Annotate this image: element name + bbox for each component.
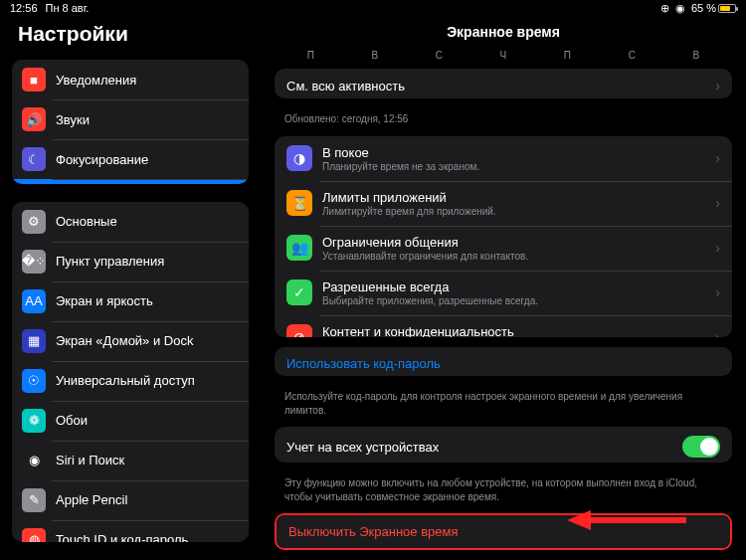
sidebar-item-label: Touch ID и код-пароль bbox=[56, 532, 188, 542]
sidebar-item-label: Apple Pencil bbox=[56, 492, 127, 507]
sidebar-item-0[interactable]: ■Уведомления bbox=[12, 60, 249, 99]
sidebar-item-label: Экран и яркость bbox=[56, 293, 153, 308]
sidebar-item-0[interactable]: ⚙Основные bbox=[12, 202, 249, 242]
sidebar-group-1: ■Уведомления🔊Звуки☾Фокусирование⏳Экранно… bbox=[12, 60, 249, 184]
sidebar-icon: �⁘ bbox=[22, 250, 46, 274]
sidebar-item-label: Фокусирование bbox=[56, 152, 148, 167]
sidebar-item-label: Siri и Поиск bbox=[56, 453, 124, 467]
sidebar-title: Настройки bbox=[0, 16, 261, 60]
feature-row-2[interactable]: 👥Ограничения общенияУстанавливайте огран… bbox=[275, 226, 732, 271]
sidebar-icon: ✎ bbox=[22, 488, 46, 512]
sidebar-item-5[interactable]: ❁Обои bbox=[12, 401, 249, 441]
feature-icon: ◑ bbox=[286, 145, 312, 171]
sidebar-item-7[interactable]: ✎Apple Pencil bbox=[12, 480, 249, 520]
features-group: ◑В покоеПланируйте время не за экраном.›… bbox=[275, 136, 732, 337]
svg-marker-1 bbox=[567, 510, 591, 530]
sidebar-item-label: Универсальный доступ bbox=[56, 373, 195, 388]
chevron-right-icon: › bbox=[715, 78, 720, 93]
status-bar: 12:56 Пн 8 авг. ⊕ ◉ 65 % bbox=[0, 0, 746, 16]
sidebar-icon: 🔊 bbox=[22, 107, 46, 131]
chevron-right-icon: › bbox=[715, 284, 720, 300]
sidebar-item-1[interactable]: 🔊Звуки bbox=[12, 99, 249, 139]
feature-icon: ⊘ bbox=[286, 324, 312, 336]
sidebar-item-3[interactable]: ⏳Экранное время bbox=[12, 179, 249, 184]
sidebar-icon: AA bbox=[22, 289, 46, 313]
sidebar-icon: ☾ bbox=[22, 147, 46, 171]
sidebar-item-label: Обои bbox=[56, 413, 88, 428]
chevron-right-icon: › bbox=[715, 150, 720, 166]
sidebar-icon: ⚙ bbox=[22, 210, 46, 234]
status-time: 12:56 bbox=[10, 2, 38, 14]
use-passcode-row[interactable]: Использовать код-пароль bbox=[275, 347, 732, 377]
activity-group: См. всю активность › bbox=[275, 69, 732, 98]
sidebar-group-2: ⚙Основные�⁘Пункт управленияAAЭкран и ярк… bbox=[12, 202, 249, 542]
chevron-right-icon: › bbox=[715, 240, 720, 256]
sidebar-icon: ☉ bbox=[22, 369, 46, 393]
orientation-icon: ◉ bbox=[675, 2, 685, 15]
sidebar-item-2[interactable]: AAЭкран и яркость bbox=[12, 281, 249, 321]
feature-row-1[interactable]: ⏳Лимиты приложенийЛимитируйте время для … bbox=[275, 181, 732, 226]
week-day-strip: ПВСЧПСВ bbox=[261, 50, 746, 69]
settings-sidebar: Настройки ■Уведомления🔊Звуки☾Фокусирован… bbox=[0, 16, 261, 560]
share-devices-toggle[interactable] bbox=[682, 436, 720, 458]
activity-updated-note: Обновлено: сегодня, 12:56 bbox=[261, 108, 746, 136]
orientation-lock-icon: ⊕ bbox=[660, 2, 669, 15]
sidebar-icon: ❁ bbox=[22, 409, 46, 433]
sidebar-icon: ■ bbox=[22, 68, 46, 92]
annotation-arrow-icon bbox=[567, 506, 686, 534]
feature-icon: 👥 bbox=[286, 235, 312, 261]
share-devices-group: Учет на всех устройствах bbox=[275, 427, 732, 463]
status-date: Пн 8 авг. bbox=[46, 2, 90, 14]
sidebar-item-3[interactable]: ▦Экран «Домой» и Dock bbox=[12, 321, 249, 361]
battery-indicator: 65 % bbox=[691, 2, 736, 14]
chevron-right-icon: › bbox=[715, 195, 720, 211]
sidebar-item-label: Основные bbox=[56, 214, 117, 229]
sidebar-item-1[interactable]: �⁘Пункт управления bbox=[12, 242, 249, 281]
passcode-group: Использовать код-пароль bbox=[275, 347, 732, 377]
sidebar-item-label: Звуки bbox=[56, 112, 90, 127]
panel-title: Экранное время bbox=[261, 16, 746, 50]
sidebar-icon: ◍ bbox=[22, 528, 46, 542]
feature-row-0[interactable]: ◑В покоеПланируйте время не за экраном.› bbox=[275, 136, 732, 181]
sidebar-item-6[interactable]: ◉Siri и Поиск bbox=[12, 441, 249, 480]
sidebar-icon: ▦ bbox=[22, 329, 46, 353]
sidebar-item-label: Экран «Домой» и Dock bbox=[56, 333, 193, 348]
screen-time-panel: Экранное время ПВСЧПСВ См. всю активност… bbox=[261, 16, 746, 560]
sidebar-item-4[interactable]: ☉Универсальный доступ bbox=[12, 361, 249, 401]
sidebar-item-label: Уведомления bbox=[56, 73, 136, 88]
sidebar-item-8[interactable]: ◍Touch ID и код-пароль bbox=[12, 520, 249, 542]
sidebar-item-2[interactable]: ☾Фокусирование bbox=[12, 139, 249, 179]
feature-icon: ✓ bbox=[286, 280, 312, 305]
feature-icon: ⏳ bbox=[286, 190, 312, 216]
sidebar-icon: ◉ bbox=[22, 449, 46, 472]
feature-row-4[interactable]: ⊘Контент и конфиденциальностьБлокируйте … bbox=[275, 315, 732, 337]
see-all-activity-row[interactable]: См. всю активность › bbox=[275, 69, 732, 98]
feature-row-3[interactable]: ✓Разрешенные всегдаВыбирайте приложения,… bbox=[275, 271, 732, 315]
passcode-note: Используйте код-пароль для контроля наст… bbox=[261, 386, 746, 427]
share-devices-row[interactable]: Учет на всех устройствах bbox=[275, 427, 732, 463]
chevron-right-icon: › bbox=[715, 329, 720, 336]
sidebar-item-label: Пункт управления bbox=[56, 254, 164, 269]
